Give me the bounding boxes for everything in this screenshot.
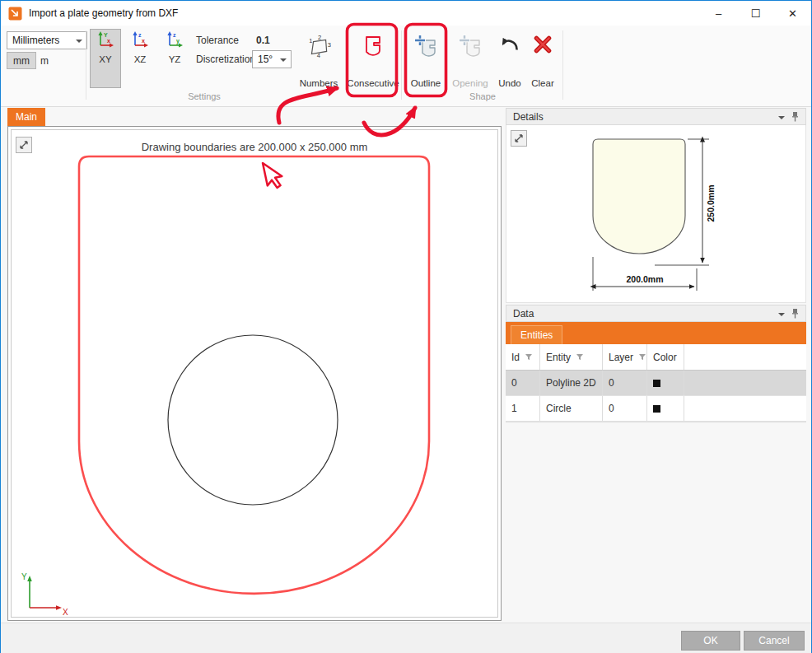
tolerance-label: Tolerance	[196, 35, 239, 46]
opening-plus-icon	[458, 34, 483, 58]
details-panel-header: Details	[506, 108, 806, 125]
right-panel: Details	[506, 108, 806, 623]
plane-xy-button[interactable]: Y x XY	[90, 29, 121, 88]
dialog-window: Import a plate geometry from DXF – ☐ ✕ M…	[0, 0, 812, 653]
maximize-button[interactable]: ☐	[737, 1, 774, 26]
footer-bar: OK Cancel	[1, 623, 811, 653]
consecutive-shape-icon	[361, 34, 385, 58]
tab-main[interactable]: Main	[7, 108, 45, 126]
plate-outline-shape	[79, 156, 429, 594]
ok-button[interactable]: OK	[681, 631, 740, 651]
ribbon-toolbar: Millimeters mm m Y x XY z x XZ	[1, 26, 811, 107]
undo-label: Undo	[498, 78, 521, 88]
pin-icon[interactable]	[791, 308, 799, 319]
group-label-shape: Shape	[404, 91, 561, 101]
plane-xy-icon: Y x	[96, 30, 115, 49]
data-panel-header: Data	[506, 305, 806, 322]
svg-text:z: z	[138, 32, 142, 38]
title-bar: Import a plate geometry from DXF – ☐ ✕	[1, 1, 811, 26]
outline-plus-icon	[413, 34, 438, 58]
clear-button[interactable]: Clear	[528, 29, 558, 88]
window-title: Import a plate geometry from DXF	[29, 7, 178, 19]
cell-color	[647, 396, 684, 421]
svg-text:2: 2	[318, 34, 321, 41]
discretization-dropdown[interactable]: 15°	[252, 50, 292, 68]
plane-label: XZ	[134, 54, 147, 64]
consecutive-label: Consecutive	[347, 78, 399, 88]
chevron-down-icon	[280, 58, 287, 65]
numbers-label: Numbers	[300, 78, 338, 88]
axis-y-label: Y	[21, 572, 27, 581]
canvas-axis-indicator: Y X	[21, 572, 68, 617]
minimize-button[interactable]: –	[700, 1, 737, 26]
separator	[86, 30, 86, 100]
details-preview: 250.0mm 200.0mm	[506, 125, 806, 303]
color-swatch	[653, 405, 660, 413]
outline-label: Outline	[411, 78, 441, 88]
dimension-width-label: 200.0mm	[627, 274, 664, 284]
unit-m-button[interactable]: m	[34, 52, 55, 69]
cell-filler	[684, 396, 806, 421]
plane-xz-button[interactable]: z x XZ	[124, 29, 156, 88]
column-header-entity[interactable]: Entity	[540, 344, 603, 370]
svg-text:x: x	[142, 38, 145, 44]
filter-icon[interactable]	[576, 353, 584, 361]
column-header-id[interactable]: Id	[506, 344, 540, 370]
opening-button: Opening	[450, 29, 491, 88]
units-dropdown[interactable]: Millimeters	[7, 31, 87, 49]
chevron-down-icon[interactable]	[778, 313, 785, 320]
svg-text:3: 3	[328, 41, 331, 49]
table-row[interactable]: 1 Circle 0	[506, 396, 806, 422]
outline-button[interactable]: Outline	[406, 29, 446, 88]
chevron-down-icon[interactable]	[778, 116, 785, 123]
table-header-row: Id Entity Layer Color	[506, 344, 806, 371]
axis-x-label: X	[63, 608, 68, 617]
plane-xz-icon: z x	[130, 30, 150, 49]
data-title: Data	[513, 308, 534, 320]
cell-id: 0	[506, 371, 540, 395]
close-button[interactable]: ✕	[774, 1, 811, 26]
cell-filler	[684, 371, 806, 395]
plate-preview-drawing: 250.0mm 200.0mm	[506, 125, 805, 301]
filter-icon[interactable]	[525, 353, 533, 361]
plate-hole-circle	[168, 335, 338, 505]
tab-entities[interactable]: Entities	[511, 325, 562, 344]
opening-label: Opening	[452, 78, 488, 88]
numbers-button[interactable]: 1 2 3 4 Numbers	[296, 29, 342, 88]
preview-plate-shape	[593, 139, 685, 254]
pin-icon[interactable]	[791, 111, 799, 122]
filter-icon[interactable]	[638, 353, 646, 361]
cell-color	[647, 371, 684, 395]
svg-text:Y: Y	[104, 32, 108, 38]
clear-x-icon	[532, 34, 553, 55]
drawing-canvas[interactable]: Y X Drawing boundaries are 200.000 x 250…	[11, 129, 498, 618]
group-label-settings: Settings	[89, 91, 320, 101]
cell-id: 1	[506, 396, 540, 421]
dxf-drawing: Y X	[12, 130, 497, 617]
table-row[interactable]: 0 Polyline 2D 0	[506, 371, 806, 396]
separator	[562, 30, 563, 100]
clear-label: Clear	[531, 78, 553, 88]
column-header-layer[interactable]: Layer	[603, 344, 647, 370]
svg-text:z: z	[173, 32, 176, 38]
discretization-value: 15°	[258, 54, 273, 65]
cell-entity: Circle	[540, 396, 603, 421]
cancel-button[interactable]: Cancel	[744, 631, 805, 651]
plane-label: XY	[99, 54, 111, 64]
plane-yz-button[interactable]: z y YZ	[159, 29, 190, 88]
color-swatch	[653, 380, 660, 387]
drawing-boundaries-text: Drawing boundaries are 200.000 x 250.000…	[12, 141, 497, 153]
app-icon	[8, 7, 22, 21]
details-title: Details	[513, 111, 544, 123]
unit-mm-button[interactable]: mm	[7, 52, 36, 69]
column-header-filler	[684, 344, 806, 370]
column-header-color[interactable]: Color	[647, 344, 684, 370]
units-value: Millimeters	[12, 35, 59, 46]
canvas-expand-button[interactable]	[16, 137, 32, 153]
consecutive-button[interactable]: Consecutive	[349, 29, 397, 88]
undo-button[interactable]: Undo	[494, 29, 525, 88]
details-expand-button[interactable]	[511, 130, 527, 147]
window-controls: – ☐ ✕	[700, 1, 811, 26]
plane-yz-icon: z y	[165, 30, 184, 49]
svg-text:4: 4	[317, 52, 320, 58]
